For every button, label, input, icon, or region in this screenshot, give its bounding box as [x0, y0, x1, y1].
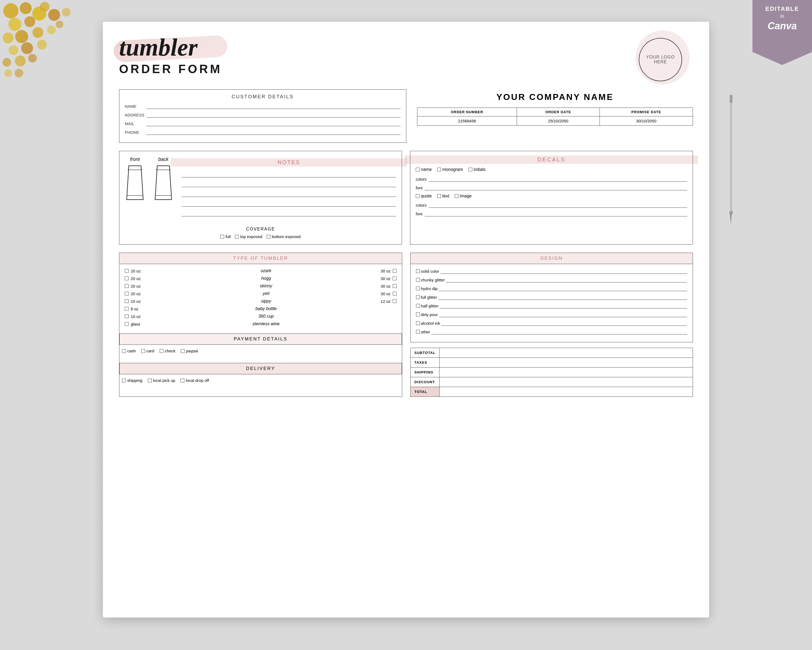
delivery-local-dropoff: local drop off	[180, 378, 209, 383]
payment-check: check	[160, 349, 176, 353]
top-exposed-checkbox[interactable]	[235, 235, 239, 239]
form-card: tumbler ORDER FORM YOUR LOGO HERE CUSTOM…	[103, 22, 709, 618]
note-line-4	[182, 199, 396, 206]
tumbler-types-title: TYPE OF TUMBLER	[119, 253, 402, 264]
coverage-options: full top exposed bottom exposed	[125, 234, 396, 239]
paypal-checkbox[interactable]	[181, 349, 185, 353]
tumbler-back: back	[153, 156, 174, 221]
order-form-subtitle: ORDER FORM	[119, 62, 639, 76]
subtotal-value	[439, 348, 693, 358]
cash-checkbox[interactable]	[122, 349, 126, 353]
customer-section-title: CUSTOMER DETAILS	[125, 94, 401, 99]
hogg-right-checkbox[interactable]	[393, 277, 397, 280]
other-checkbox[interactable]	[416, 330, 420, 334]
coverage-top-exposed: top exposed	[235, 234, 262, 239]
badge-editable: EDITABLE	[760, 5, 804, 12]
stemless-checkbox[interactable]	[125, 322, 128, 326]
name-field: NAME	[125, 104, 401, 109]
shipping-label: SHIPPING	[411, 367, 440, 377]
chunky-glitter-checkbox[interactable]	[416, 278, 420, 282]
quote-checkbox[interactable]	[416, 194, 420, 198]
half-glitter-checkbox[interactable]	[416, 304, 420, 307]
local-dropoff-checkbox[interactable]	[180, 379, 184, 382]
promise-date-value: 30/10/2050	[600, 116, 693, 126]
svg-rect-28	[730, 211, 733, 214]
skinny-right-checkbox[interactable]	[393, 284, 397, 288]
yeti-right-checkbox[interactable]	[393, 292, 397, 295]
promise-date-header: PROMISE DATE	[600, 108, 693, 116]
customer-section: CUSTOMER DETAILS NAME ADDRESS MAIL PHONE…	[119, 89, 693, 143]
decal-checkboxes: name monogram initials	[416, 167, 687, 172]
card-checkbox[interactable]	[141, 349, 145, 353]
image-checkbox[interactable]	[455, 194, 458, 198]
360cup-checkbox[interactable]	[125, 314, 128, 318]
dirty-pour-checkbox[interactable]	[416, 312, 420, 317]
phone-field: PHONE	[125, 130, 401, 135]
full-glitter-checkbox[interactable]	[416, 295, 420, 299]
design-title: DESIGN	[411, 253, 693, 264]
alcohol-ink-checkbox[interactable]	[416, 321, 420, 325]
discount-value	[439, 377, 693, 387]
ozark-right-checkbox[interactable]	[393, 269, 397, 273]
delivery-shipping: shipping	[122, 378, 142, 383]
tumbler-row-sippy: 10 oz sippy 12 oz	[125, 299, 397, 304]
local-pickup-checkbox[interactable]	[148, 379, 151, 382]
tumbler-types-box: TYPE OF TUMBLER 20 oz ozark 30 oz	[119, 253, 402, 397]
sippy-left-checkbox[interactable]	[125, 299, 128, 303]
hogg-left-checkbox[interactable]	[125, 277, 128, 280]
taxes-value	[439, 358, 693, 367]
decals-title: DECALS	[416, 156, 687, 163]
skinny-left-checkbox[interactable]	[125, 284, 128, 288]
bottom-exposed-checkbox[interactable]	[267, 235, 270, 239]
tumbler-row-360-cup: 10 oz 360 cup	[125, 314, 397, 319]
text-checkbox[interactable]	[437, 194, 441, 198]
notes-label: NOTES	[182, 159, 396, 165]
check-checkbox[interactable]	[160, 349, 163, 353]
shipping-checkbox[interactable]	[122, 379, 126, 382]
decal-quote: quote	[416, 194, 432, 199]
sippy-right-checkbox[interactable]	[393, 299, 397, 303]
notes-area: NOTES	[182, 156, 396, 221]
payment-paypal: paypal	[181, 349, 198, 353]
mail-field: MAIL	[125, 121, 401, 126]
delivery-options: shipping local pick up local drop off	[119, 378, 402, 383]
note-line-3	[182, 189, 396, 197]
subtotal-label: SUBTOTAL	[411, 348, 440, 358]
baby-bottle-checkbox[interactable]	[125, 307, 128, 310]
canva-badge: EDITABLE in Canva	[752, 0, 812, 65]
pen-decoration	[725, 95, 736, 230]
design-half-glitter: half glitter	[416, 303, 687, 309]
yeti-left-checkbox[interactable]	[125, 292, 128, 295]
decal-font-field: font	[416, 185, 687, 190]
coverage-section: COVERAGE full top exposed bottom exposed	[125, 227, 396, 239]
discount-label: DISCOUNT	[411, 377, 440, 387]
note-line-1	[182, 170, 396, 177]
monogram-checkbox[interactable]	[437, 168, 441, 171]
shipping-value	[439, 367, 693, 377]
design-chunky-glitter: chunky glitter	[416, 277, 687, 283]
ozark-left-checkbox[interactable]	[125, 269, 128, 273]
name-checkbox[interactable]	[416, 168, 420, 171]
tumbler-images: front back	[125, 156, 396, 221]
payment-box: PAYMENT DETAILS cash card check	[119, 333, 402, 358]
tumbler-front: front	[125, 156, 145, 221]
initials-checkbox[interactable]	[469, 168, 472, 171]
customer-details-box: CUSTOMER DETAILS NAME ADDRESS MAIL PHONE	[119, 89, 406, 143]
logo-placeholder: YOUR LOGO HERE	[639, 38, 682, 81]
company-info: YOUR COMPANY NAME ORDER NUMBER ORDER DAT…	[417, 89, 693, 143]
payment-card: card	[141, 349, 154, 353]
hydro-dip-checkbox[interactable]	[416, 286, 420, 290]
decal-colors-field: colors	[416, 176, 687, 182]
middle-section: front back	[119, 151, 693, 245]
payment-title: PAYMENT DETAILS	[119, 333, 402, 345]
tumbler-row-ozark: 20 oz ozark 30 oz	[125, 268, 397, 273]
design-alcohol-ink: alcohol ink	[416, 320, 687, 326]
solid-color-checkbox[interactable]	[416, 269, 420, 273]
svg-rect-26	[730, 95, 733, 103]
taxes-label: TAXES	[411, 358, 440, 367]
coverage-title: COVERAGE	[125, 227, 396, 232]
full-checkbox[interactable]	[220, 235, 224, 239]
order-details-table: ORDER NUMBER ORDER DATE PROMISE DATE 215…	[417, 107, 693, 126]
form-title: tumbler	[119, 35, 639, 60]
taxes-row: TAXES	[411, 358, 693, 367]
